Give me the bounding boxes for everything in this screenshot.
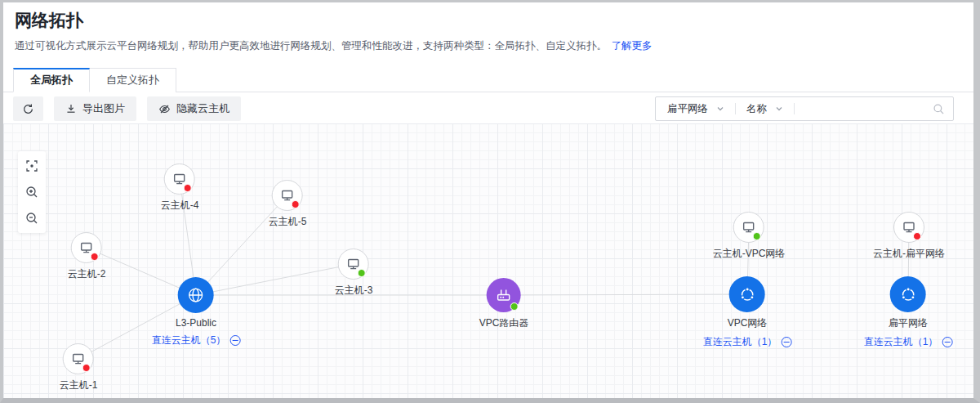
connected-hosts-link[interactable]: 直连云主机（5） [152, 334, 241, 347]
node-circle[interactable] [893, 212, 924, 243]
zoom-in-button[interactable] [24, 184, 40, 200]
export-image-label: 导出图片 [82, 101, 125, 116]
chevron-down-icon [775, 105, 783, 113]
node-label: 扁平网络 [889, 316, 928, 330]
connected-hosts-text: 直连云主机（1） [864, 335, 938, 349]
chevron-down-icon [716, 105, 724, 113]
topology-node-host-4[interactable]: 云主机-4 [161, 163, 199, 213]
topology-node-l3-public[interactable]: L3-Public直连云主机（5） [152, 277, 241, 347]
node-label: 云主机-5 [269, 215, 307, 229]
refresh-button[interactable] [13, 96, 43, 121]
download-icon [65, 103, 77, 114]
node-circle[interactable] [733, 212, 764, 243]
collapse-icon[interactable] [781, 337, 791, 347]
network-type-dropdown[interactable]: 扁平网络 [664, 102, 728, 116]
export-image-button[interactable]: 导出图片 [54, 96, 136, 121]
topology-node-host-3[interactable]: 云主机-3 [335, 249, 373, 298]
hide-hosts-button[interactable]: 隐藏云主机 [147, 96, 241, 121]
connected-hosts-text: 直连云主机（5） [152, 334, 226, 347]
search-input[interactable] [802, 100, 933, 118]
node-label: 云主机-1 [60, 378, 98, 392]
eye-off-icon [158, 103, 171, 115]
globe-icon [186, 285, 206, 305]
status-dot-red [184, 184, 192, 192]
network-icon [899, 285, 918, 304]
learn-more-link[interactable]: 了解更多 [611, 40, 652, 51]
topology-node-flat-network[interactable]: 扁平网络直连云主机（1） [864, 276, 953, 349]
node-circle[interactable] [63, 343, 94, 374]
topology-node-vpc-network[interactable]: VPC网络直连云主机（1） [703, 276, 792, 349]
canvas-tools-panel [18, 151, 46, 233]
node-label: 云主机-3 [335, 284, 373, 298]
status-dot-red [91, 253, 99, 261]
topology-node-host-flat[interactable]: 云主机-扁平网络 [873, 212, 945, 261]
node-circle[interactable] [178, 277, 214, 313]
zoom-out-icon [25, 212, 38, 225]
status-dot-red [292, 200, 300, 208]
fit-view-button[interactable] [24, 158, 40, 174]
zoom-in-icon [25, 186, 38, 199]
node-label: 云主机-4 [161, 199, 199, 213]
connected-hosts-link[interactable]: 直连云主机（1） [703, 335, 792, 349]
tab-bar: 全局拓扑 自定义拓扑 [3, 68, 973, 92]
tab-global-topology[interactable]: 全局拓扑 [13, 68, 90, 92]
search-icon[interactable] [933, 103, 945, 115]
connected-hosts-text: 直连云主机（1） [703, 335, 777, 349]
page-title: 网络拓扑 [15, 9, 83, 32]
page-description: 通过可视化方式展示云平台网络规划，帮助用户更高效地进行网络规划、管理和性能改进，… [15, 39, 652, 53]
node-label: L3-Public [176, 317, 216, 329]
topology-node-host-vpc[interactable]: 云主机-VPC网络 [713, 212, 786, 261]
connected-hosts-link[interactable]: 直连云主机（1） [864, 335, 953, 349]
description-text: 通过可视化方式展示云平台网络规划，帮助用户更高效地进行网络规划、管理和性能改进，… [15, 40, 607, 51]
hide-hosts-label: 隐藏云主机 [176, 101, 229, 116]
refresh-icon [22, 103, 34, 115]
topology-node-host-2[interactable]: 云主机-2 [68, 232, 106, 281]
node-circle[interactable] [71, 232, 102, 263]
divider [735, 103, 736, 114]
status-dot-red [913, 232, 921, 240]
fit-view-icon [25, 159, 38, 172]
node-circle[interactable] [487, 278, 521, 312]
node-circle[interactable] [272, 180, 303, 211]
network-type-value: 扁平网络 [667, 102, 708, 116]
topology-node-host-1[interactable]: 云主机-1 [60, 343, 98, 392]
node-label: 云主机-VPC网络 [713, 247, 786, 261]
collapse-icon[interactable] [229, 335, 240, 346]
zoom-out-button[interactable] [24, 210, 40, 226]
app-window: 网络拓扑 通过可视化方式展示云平台网络规划，帮助用户更高效地进行网络规划、管理和… [0, 0, 980, 403]
status-dot-green [358, 269, 366, 277]
node-circle[interactable] [338, 249, 369, 280]
search-filter-box: 扁平网络 名称 [655, 96, 954, 121]
topology-edges [3, 123, 973, 398]
node-circle[interactable] [729, 276, 765, 312]
network-icon [738, 285, 757, 304]
node-label: 云主机-扁平网络 [873, 247, 945, 261]
status-dot-green [753, 232, 761, 240]
topology-node-host-5[interactable]: 云主机-5 [269, 180, 307, 229]
status-dot-red [82, 364, 91, 372]
toolbar: 导出图片 隐藏云主机 [13, 96, 241, 121]
node-label: 云主机-2 [68, 267, 106, 281]
router-icon [495, 286, 513, 304]
topology-node-vpc-router[interactable]: VPC路由器 [479, 278, 529, 330]
search-field-value: 名称 [746, 102, 767, 116]
divider [794, 103, 795, 114]
node-label: VPC网络 [728, 316, 768, 330]
topology-canvas[interactable]: 云主机-1云主机-2云主机-3云主机-4云主机-5L3-Public直连云主机（… [3, 123, 973, 398]
status-dot-green [510, 302, 519, 311]
node-circle[interactable] [890, 276, 926, 312]
tab-custom-topology[interactable]: 自定义拓扑 [90, 68, 176, 92]
collapse-icon[interactable] [942, 337, 952, 347]
node-label: VPC路由器 [479, 316, 529, 330]
search-field-dropdown[interactable]: 名称 [743, 102, 786, 116]
node-circle[interactable] [164, 163, 195, 195]
